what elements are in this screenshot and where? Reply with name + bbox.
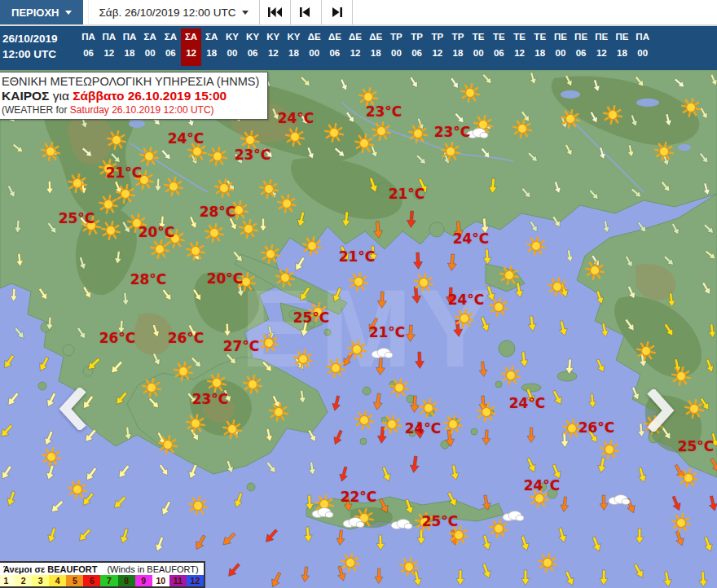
timestep-day: ΠΑ xyxy=(99,29,119,45)
beaufort-cell: 6 xyxy=(83,575,100,586)
wind-arrow-icon xyxy=(560,246,579,265)
temperature-label: 25°C xyxy=(293,309,330,326)
temperature-label: 24°C xyxy=(448,292,485,308)
timestep-column[interactable]: ΤΡ18 xyxy=(447,29,468,66)
wind-arrow-icon xyxy=(259,425,279,445)
timestep-column[interactable]: ΣΑ18 xyxy=(201,29,222,66)
wind-arrow-icon xyxy=(630,526,649,546)
timestep-day: ΠΕ xyxy=(550,29,570,45)
sun-icon xyxy=(292,348,315,371)
timestep-column[interactable]: ΤΕ12 xyxy=(509,29,530,66)
sun-icon xyxy=(598,438,621,461)
timestep-hour: 18 xyxy=(284,45,304,61)
timestep-column[interactable]: ΠΑ18 xyxy=(119,29,139,66)
sun-icon xyxy=(653,140,675,163)
wind-arrow-icon xyxy=(112,388,131,408)
wind-arrow-icon xyxy=(559,71,578,90)
beaufort-cell: 10 xyxy=(152,575,169,586)
timestep-column[interactable]: ΔΕ06 xyxy=(324,29,345,66)
sun-icon xyxy=(525,235,548,257)
previous-step-button[interactable] xyxy=(291,0,322,24)
timestep-column[interactable]: ΤΡ06 xyxy=(407,29,427,66)
temperature-label: 24°C xyxy=(278,110,315,126)
wind-arrow-icon xyxy=(670,73,689,93)
wind-arrow-icon xyxy=(408,251,428,270)
timestep-hour: 18 xyxy=(201,45,222,61)
timestep-day: ΚΥ xyxy=(263,29,284,45)
wind-arrow-icon xyxy=(619,252,639,271)
timestep-column[interactable]: ΠΕ06 xyxy=(571,29,592,66)
wind-arrow-icon xyxy=(298,524,318,544)
timestep-day: ΠΕ xyxy=(592,29,612,45)
timestep-column[interactable]: ΠΑ12 xyxy=(99,29,119,66)
wind-arrow-icon xyxy=(560,568,579,588)
datetime-dropdown-button[interactable]: Σάβ. 26/10/2019 12:00 UTC xyxy=(88,0,260,24)
cloud-icon xyxy=(500,509,525,522)
cloud-icon xyxy=(389,517,413,530)
timestep-column[interactable]: ΣΑ00 xyxy=(140,29,161,66)
timestep-column[interactable]: ΔΕ18 xyxy=(366,29,386,66)
wind-arrow-icon xyxy=(662,290,681,309)
wind-arrow-icon xyxy=(147,349,166,369)
skip-to-first-button[interactable] xyxy=(260,0,291,24)
next-step-button[interactable] xyxy=(322,0,353,24)
timestep-hour: 00 xyxy=(468,45,489,61)
sun-icon xyxy=(635,340,658,362)
chevron-left-icon xyxy=(65,393,80,425)
sun-icon xyxy=(353,409,376,432)
wind-arrow-icon xyxy=(522,314,542,333)
timestep-column[interactable]: ΔΕ00 xyxy=(304,29,324,66)
wind-arrow-icon xyxy=(262,458,281,477)
timestep-column[interactable]: ΤΡ12 xyxy=(427,29,447,66)
timestep-column[interactable]: ΠΕ12 xyxy=(592,29,612,66)
datebar-columns: ΠΑ06ΠΑ12ΠΑ18ΣΑ00ΣΑ06ΣΑ12ΣΑ18ΚΥ00ΚΥ06ΚΥ12… xyxy=(78,24,653,66)
timestep-column[interactable]: ΚΥ18 xyxy=(284,29,304,66)
wind-arrow-icon xyxy=(524,217,543,236)
pan-right-button[interactable] xyxy=(644,389,676,432)
wind-arrow-icon xyxy=(624,111,644,130)
wind-arrow-icon xyxy=(220,457,240,476)
sun-icon xyxy=(475,401,498,423)
wind-arrow-icon xyxy=(548,178,567,197)
timestep-column[interactable]: ΠΕ18 xyxy=(612,29,632,66)
weather-map[interactable]: EMY ΕΘΝΙΚΗ ΜΕΤΕΩΡΟΛΟΓΙΚΗ ΥΠΗΡΕΣΙΑ (HNMS)… xyxy=(0,70,717,588)
timestep-column[interactable]: ΚΥ12 xyxy=(263,29,284,66)
wind-arrow-icon xyxy=(40,314,59,333)
timestep-column[interactable]: ΚΥ00 xyxy=(222,29,242,66)
wind-arrow-icon xyxy=(697,279,716,298)
sun-icon xyxy=(257,331,280,354)
temperature-label: 23°C xyxy=(192,391,229,407)
region-dropdown-button[interactable]: ΠΕΡΙΟΧΗ xyxy=(0,0,83,24)
wind-arrow-icon xyxy=(187,285,207,305)
timestep-column[interactable]: ΣΑ06 xyxy=(161,29,181,66)
sun-icon xyxy=(148,238,171,261)
sun-icon xyxy=(184,412,207,435)
timestep-column[interactable]: ΤΕ00 xyxy=(468,29,489,66)
timestep-day: ΚΥ xyxy=(284,29,304,45)
temperature-label: 24°C xyxy=(524,477,561,494)
wind-arrow-icon xyxy=(590,287,609,307)
wind-arrow-icon xyxy=(371,357,390,376)
temperature-label: 27°C xyxy=(223,338,260,354)
timestep-column[interactable]: ΣΑ12 xyxy=(181,29,201,66)
timestep-column[interactable]: ΔΕ12 xyxy=(345,29,365,66)
timestep-hour: 18 xyxy=(119,45,139,61)
timestep-column[interactable]: ΠΑ06 xyxy=(78,29,99,66)
timestep-column[interactable]: ΠΑ00 xyxy=(632,29,653,66)
pan-left-button[interactable] xyxy=(57,388,90,430)
sun-icon xyxy=(347,270,370,293)
temperature-label: 25°C xyxy=(422,513,459,529)
timestep-day: ΣΑ xyxy=(201,29,222,45)
timestep-column[interactable]: ΤΕ18 xyxy=(530,29,550,66)
timestep-column[interactable]: ΤΡ00 xyxy=(386,29,407,66)
timestep-hour: 06 xyxy=(489,45,509,61)
wind-arrow-icon xyxy=(328,428,348,447)
wind-arrow-icon xyxy=(632,217,652,237)
timestep-hour: 06 xyxy=(571,45,592,61)
sun-icon xyxy=(345,338,368,361)
timestep-column[interactable]: ΠΕ00 xyxy=(550,29,570,66)
timestep-column[interactable]: ΤΕ06 xyxy=(489,29,509,66)
sun-icon xyxy=(39,140,62,163)
wind-arrow-icon xyxy=(596,217,616,236)
timestep-column[interactable]: ΚΥ06 xyxy=(243,29,263,66)
